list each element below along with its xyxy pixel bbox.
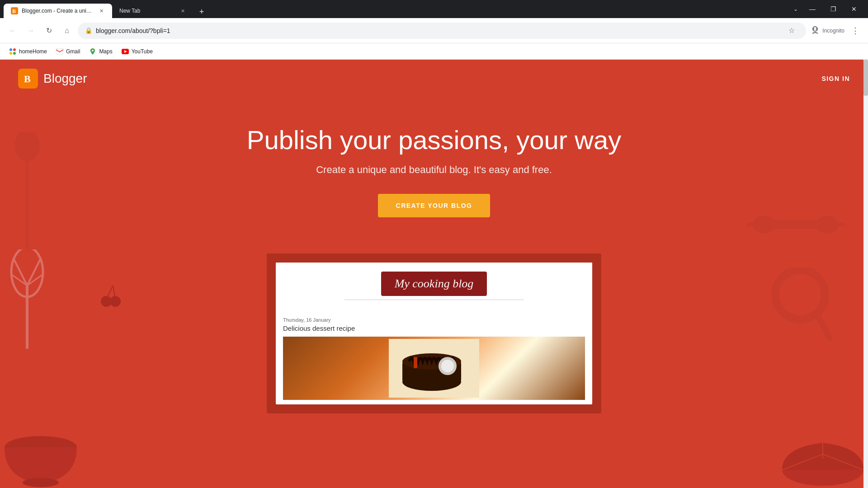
forward-button[interactable]: → (24, 23, 38, 38)
svg-point-3 (813, 28, 815, 29)
minimize-button[interactable]: — (802, 0, 823, 18)
blog-card-divider (344, 300, 524, 300)
sign-in-button[interactable]: SIGN IN (821, 75, 850, 82)
tab-new-tab[interactable]: New Tab ✕ (112, 4, 193, 18)
dessert-image (389, 339, 479, 398)
pie-deco (778, 434, 868, 488)
blog-preview-outer: My cooking blog Thursday, 16 January Del… (267, 253, 601, 413)
blogger-favicon-icon: B (11, 7, 18, 14)
chrome-menu-button[interactable]: ⋮ (848, 23, 863, 38)
svg-point-5 (9, 48, 12, 51)
svg-point-8 (13, 52, 16, 55)
svg-point-22 (23, 478, 59, 487)
new-tab-button[interactable]: + (195, 5, 208, 18)
blog-preview-container: My cooking blog Thursday, 16 January Del… (0, 253, 868, 413)
blog-card-body: Thursday, 16 January Delicious dessert r… (276, 313, 592, 404)
tab-blogger[interactable]: B Blogger.com - Create a unique a... ✕ (4, 4, 112, 18)
bookmark-gmail-label: Gmail (66, 48, 80, 55)
bookmark-youtube[interactable]: YouTube (118, 46, 156, 57)
bookmark-star-button[interactable]: ☆ (784, 23, 799, 38)
svg-rect-46 (414, 357, 417, 368)
hero-section: Publish your passions, your way Create a… (0, 98, 868, 235)
create-blog-button[interactable]: CREATE YOUR BLOG (378, 194, 491, 217)
maps-icon (89, 48, 96, 55)
incognito-icon (810, 25, 821, 36)
url-text: blogger.com/about/?bpli=1 (96, 27, 781, 34)
security-lock-icon: 🔒 (85, 27, 92, 34)
navigation-bar: ← → ↻ ⌂ 🔒 blogger.com/about/?bpli=1 ☆ In… (0, 18, 868, 43)
home-button[interactable]: ⌂ (60, 23, 74, 38)
blogger-header: B Blogger SIGN IN (0, 60, 868, 98)
bookmark-maps-label: Maps (99, 48, 112, 55)
reload-button[interactable]: ↻ (42, 23, 56, 38)
blogger-logo: B Blogger (18, 69, 87, 89)
blogger-page: B Blogger SIGN IN Publish your passions,… (0, 60, 868, 488)
svg-text:B: B (24, 73, 31, 84)
svg-text:B: B (12, 8, 16, 14)
tabs-search-button[interactable]: ⌄ (789, 3, 802, 15)
svg-point-6 (13, 48, 16, 51)
blog-card-date: Thursday, 16 January (283, 317, 585, 323)
google-multicolor-icon (9, 48, 16, 55)
svg-point-4 (816, 28, 817, 29)
gmail-icon (56, 48, 63, 55)
bookmark-home-label: homeHome (19, 48, 47, 55)
bowl-deco (0, 434, 81, 488)
maximize-button[interactable]: ❐ (823, 0, 844, 18)
incognito-label: Incognito (822, 28, 844, 34)
blogger-logo-icon: B (18, 69, 38, 89)
window-controls: ⌄ — ❐ ✕ (789, 0, 864, 18)
tab-blogger-close[interactable]: ✕ (98, 7, 105, 14)
hero-subtitle: Create a unique and beautiful blog. It's… (9, 164, 859, 176)
bookmark-maps[interactable]: Maps (85, 46, 116, 57)
svg-point-45 (441, 360, 454, 372)
tab-new-close[interactable]: ✕ (179, 7, 186, 14)
blogger-logo-text: Blogger (43, 71, 87, 86)
blogger-b-icon: B (22, 72, 34, 85)
blog-card-header: My cooking blog (276, 263, 592, 313)
bookmark-gmail[interactable]: Gmail (52, 46, 84, 57)
tab-new-title: New Tab (119, 8, 175, 14)
blog-card-post-title: Delicious dessert recipe (283, 324, 585, 332)
page-content: B Blogger SIGN IN Publish your passions,… (0, 60, 868, 488)
blog-card-image-overlay (283, 337, 585, 400)
svg-rect-9 (56, 49, 63, 54)
blog-card-title-banner: My cooking blog (381, 272, 487, 296)
svg-point-7 (9, 52, 12, 55)
bookmark-home[interactable]: homeHome (5, 46, 51, 57)
address-bar[interactable]: 🔒 blogger.com/about/?bpli=1 ☆ (78, 23, 806, 39)
browser-frame: B Blogger.com - Create a unique a... ✕ N… (0, 0, 868, 488)
bookmarks-bar: homeHome Gmail Maps YouTube (0, 43, 868, 60)
bookmark-youtube-label: YouTube (132, 48, 153, 55)
title-bar: B Blogger.com - Create a unique a... ✕ N… (0, 0, 868, 18)
blog-card-image (283, 337, 585, 400)
blog-preview-card: My cooking blog Thursday, 16 January Del… (276, 263, 592, 404)
svg-point-10 (92, 50, 94, 52)
youtube-icon (122, 48, 129, 55)
back-button[interactable]: ← (5, 23, 20, 38)
tab-bar: B Blogger.com - Create a unique a... ✕ N… (4, 0, 789, 18)
tab-blogger-title: Blogger.com - Create a unique a... (22, 8, 94, 14)
hero-title: Publish your passions, your way (9, 125, 859, 155)
incognito-badge: Incognito (810, 25, 844, 36)
close-button[interactable]: ✕ (844, 0, 864, 18)
